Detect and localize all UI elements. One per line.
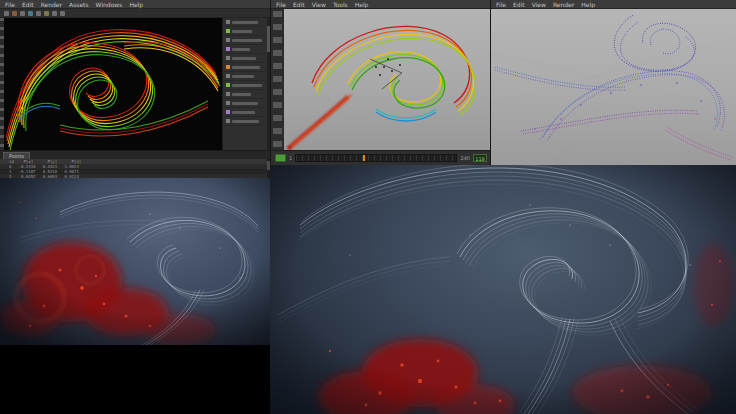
render-large	[270, 165, 736, 414]
label-bar	[232, 84, 262, 87]
node-icon	[226, 56, 230, 60]
network-tree-panel	[222, 18, 270, 150]
node-icon	[226, 83, 230, 87]
menubar: File Edit Render Assets Windows Help	[0, 0, 270, 9]
timeline[interactable]	[295, 154, 457, 162]
geometry-spreadsheet: Points id P[x] P[y] P[z] 0 -0.2314 0.442…	[0, 150, 270, 178]
window-blue-particles: File Edit View Render Help	[490, 0, 736, 165]
menu-item[interactable]: Render	[41, 0, 62, 9]
tool-icon[interactable]	[12, 11, 17, 16]
blue-swirl-artwork	[491, 9, 736, 165]
label-bar	[232, 120, 259, 123]
menu-item[interactable]: File	[496, 0, 506, 9]
node-icon	[226, 38, 230, 42]
tab-points[interactable]: Points	[3, 152, 30, 159]
tree-item[interactable]	[223, 27, 270, 36]
tree-item[interactable]	[223, 63, 270, 72]
node-icon	[226, 20, 230, 24]
tree-item[interactable]	[223, 90, 270, 99]
current-frame-marker[interactable]	[363, 155, 365, 161]
tool-icon[interactable]	[28, 11, 33, 16]
left-toolbar[interactable]	[271, 9, 284, 150]
menu-item[interactable]: Edit	[22, 0, 34, 9]
frame-start-label: 1	[289, 154, 292, 162]
menubar: File Edit View Render Help	[491, 0, 736, 9]
node-icon	[226, 110, 230, 114]
tool-icon[interactable]	[4, 11, 9, 16]
tree-item[interactable]	[223, 81, 270, 90]
play-button[interactable]	[275, 154, 286, 162]
menu-item[interactable]: Help	[581, 0, 595, 9]
viewport-3d-vortex[interactable]	[284, 9, 491, 150]
tree-item[interactable]	[223, 45, 270, 54]
menubar: File Edit View Tools Help	[271, 0, 490, 9]
vortex-artwork	[284, 9, 491, 150]
label-bar	[232, 30, 252, 33]
menu-item[interactable]: Tools	[333, 0, 348, 9]
tree-item[interactable]	[223, 54, 270, 63]
label-bar	[232, 39, 262, 42]
current-frame-field[interactable]: 118	[473, 154, 487, 162]
spreadsheet-tabs: Points	[0, 151, 270, 159]
label-bar	[232, 102, 258, 105]
node-icon	[226, 92, 230, 96]
toolbar-shelf	[0, 9, 270, 18]
tool-icon[interactable]	[52, 11, 57, 16]
label-bar	[232, 21, 258, 24]
window-vortex-view: File Edit View Tools Help	[270, 0, 490, 165]
tree-item[interactable]	[223, 72, 270, 81]
menu-item[interactable]: Windows	[96, 0, 123, 9]
tree-item[interactable]	[223, 117, 270, 126]
menu-item[interactable]: View	[312, 0, 326, 9]
menu-item[interactable]: Assets	[69, 0, 89, 9]
label-bar	[232, 75, 254, 78]
node-icon	[226, 101, 230, 105]
menu-item[interactable]: Help	[355, 0, 369, 9]
tree-item[interactable]	[223, 108, 270, 117]
tool-icon[interactable]	[20, 11, 25, 16]
tool-icon[interactable]	[36, 11, 41, 16]
tree-item[interactable]	[223, 36, 270, 45]
label-bar	[232, 57, 256, 60]
tree-item[interactable]	[223, 99, 270, 108]
viewport-3d-points[interactable]	[491, 9, 736, 165]
menu-item[interactable]: Edit	[293, 0, 305, 9]
label-bar	[232, 48, 250, 51]
menu-item[interactable]: Help	[129, 0, 143, 9]
viewport-3d-trails[interactable]	[4, 18, 222, 150]
menu-item[interactable]: File	[276, 0, 286, 9]
menu-item[interactable]: Render	[553, 0, 574, 9]
label-bar	[232, 111, 255, 114]
menu-item[interactable]: File	[5, 0, 15, 9]
houdini-collage: File Edit Render Assets Windows Help	[0, 0, 736, 414]
node-icon	[226, 29, 230, 33]
render-large-artwork	[270, 165, 736, 414]
node-icon	[226, 74, 230, 78]
frame-end-label: 240	[460, 154, 470, 162]
tool-icon[interactable]	[44, 11, 49, 16]
render-small-artwork	[0, 178, 270, 345]
node-icon	[226, 119, 230, 123]
label-bar	[232, 93, 251, 96]
menu-item[interactable]: Edit	[513, 0, 525, 9]
playbar: 1 240 118	[271, 150, 491, 165]
node-icon	[226, 47, 230, 51]
window-particle-trails: File Edit Render Assets Windows Help	[0, 0, 270, 178]
render-small	[0, 178, 270, 345]
rainbow-swirl-artwork	[4, 18, 222, 150]
menu-item[interactable]: View	[532, 0, 546, 9]
tree-item[interactable]	[223, 18, 270, 27]
label-bar	[232, 66, 260, 69]
tool-icon[interactable]	[60, 11, 65, 16]
node-icon	[226, 65, 230, 69]
